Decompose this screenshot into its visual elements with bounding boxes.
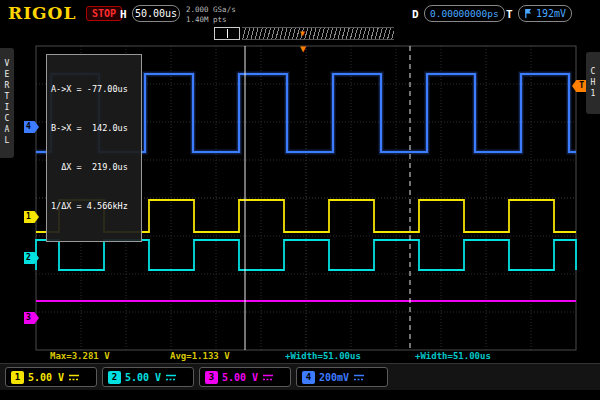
- channel-1-badge: 1: [11, 371, 24, 384]
- timebase-value[interactable]: 50.00us: [132, 5, 180, 22]
- channel-4-coupling-icon: [353, 373, 365, 382]
- delay-value[interactable]: 0.00000000ps: [424, 5, 505, 22]
- channel-3-badge: 3: [205, 371, 218, 384]
- trigger-position-marker-icon[interactable]: ▼: [300, 43, 306, 54]
- channel-2-badge: 2: [108, 371, 121, 384]
- channel-1-scale: 5.00 V: [28, 372, 64, 383]
- channel-4-badge: 4: [302, 371, 315, 384]
- vertical-menu-tab[interactable]: VERTICAL: [0, 48, 14, 158]
- cursor-freq-readout: 1/ΔX = 4.566kHz: [51, 200, 137, 213]
- run-stop-status: STOP: [86, 6, 122, 21]
- channel-status-bar: 1 5.00 V 2 5.00 V 3 5.00 V 4 200: [0, 363, 600, 390]
- measurement-avg: Avg=1.133 V: [170, 351, 230, 361]
- horizontal-label: H: [120, 8, 127, 21]
- channel-2-status[interactable]: 2 5.00 V: [102, 367, 194, 387]
- memory-depth-value: 1.40M pts: [186, 15, 236, 25]
- memory-bar: [242, 27, 394, 40]
- trigger-slope-icon: [524, 8, 533, 19]
- trigger-label: T: [506, 8, 513, 21]
- acquisition-info: 2.000 GSa/s 1.40M pts: [186, 5, 236, 25]
- sample-rate-value: 2.000 GSa/s: [186, 5, 236, 15]
- trigger-position-memory-icon[interactable]: ▼: [300, 28, 305, 40]
- channel-1-status[interactable]: 1 5.00 V: [5, 367, 97, 387]
- cursor-bx-readout: B->X = 142.0us: [51, 122, 137, 135]
- channel-3-coupling-icon: [262, 373, 274, 382]
- trigger-level-value: 192mV: [536, 8, 566, 19]
- oscilloscope-screen: RIGOL STOP H 50.00us 2.000 GSa/s 1.40M p…: [0, 0, 600, 400]
- cursor-dx-readout: ΔX = 219.0us: [51, 161, 137, 174]
- channel-4-scale: 200mV: [319, 372, 349, 383]
- channel-menu-tab[interactable]: CH1: [586, 52, 600, 114]
- channel-1-coupling-icon: [68, 373, 80, 382]
- measurement-max: Max=3.281 V: [50, 351, 110, 361]
- cursor-ax-readout: A->X = -77.00us: [51, 83, 137, 96]
- channel-2-coupling-icon: [165, 373, 177, 382]
- channel-4-status[interactable]: 4 200mV: [296, 367, 388, 387]
- top-status-bar: RIGOL STOP H 50.00us 2.000 GSa/s 1.40M p…: [0, 0, 600, 44]
- measurement-pwidth-2: +Width=51.00us: [415, 351, 491, 361]
- channel-3-status[interactable]: 3 5.00 V: [199, 367, 291, 387]
- memory-window-cursor: [227, 29, 228, 38]
- cursor-readout-panel: A->X = -77.00us B->X = 142.0us ΔX = 219.…: [46, 54, 142, 242]
- channel-2-scale: 5.00 V: [125, 372, 161, 383]
- delay-label: D: [412, 8, 419, 21]
- rigol-logo: RIGOL: [8, 3, 76, 23]
- channel-3-scale: 5.00 V: [222, 372, 258, 383]
- trigger-level-box[interactable]: 192mV: [518, 5, 572, 22]
- memory-window-indicator: [214, 27, 240, 40]
- measurement-pwidth-1: +Width=51.00us: [285, 351, 361, 361]
